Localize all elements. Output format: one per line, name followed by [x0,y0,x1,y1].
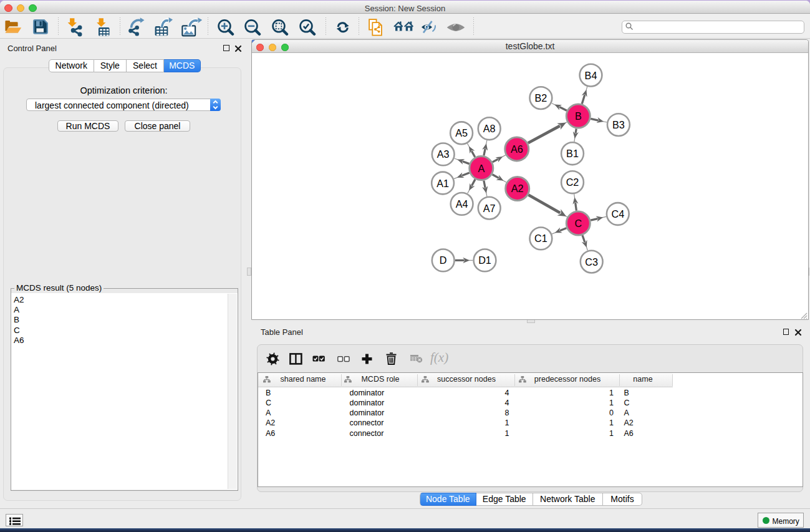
svg-text:A3: A3 [437,148,450,160]
svg-text:B: B [575,110,582,122]
svg-text:A1: A1 [436,178,449,189]
svg-text:A: A [478,163,485,174]
svg-text:A2: A2 [511,183,524,194]
svg-text:C3: C3 [585,256,598,268]
svg-text:B2: B2 [534,92,547,104]
svg-text:D1: D1 [478,254,491,266]
svg-text:C: C [574,218,582,229]
svg-text:B3: B3 [612,119,625,130]
svg-text:A8: A8 [483,123,496,134]
svg-text:C1: C1 [534,233,547,244]
svg-text:B4: B4 [585,70,597,81]
svg-text:D: D [440,254,447,266]
svg-text:A5: A5 [455,127,468,138]
svg-text:B1: B1 [566,148,579,159]
svg-text:C4: C4 [611,208,624,220]
svg-text:A7: A7 [483,203,496,214]
svg-text:A6: A6 [511,143,523,155]
svg-text:A4: A4 [456,198,468,210]
svg-text:C2: C2 [566,177,579,188]
